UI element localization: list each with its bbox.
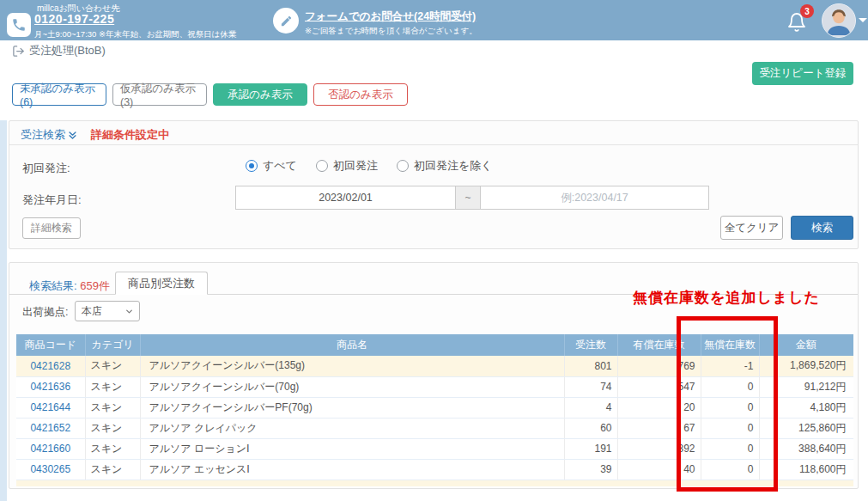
table-row[interactable]: 0421644スキンアルソアクイーンシルバーPF(70g)42004,180円 [16,397,853,418]
radio-label: すべて [263,158,297,174]
table-cell: アルソアクイーンシルバーPF(70g) [140,397,564,418]
product-code-link[interactable]: 0430265 [30,463,70,475]
table-cell: スキン [85,397,140,418]
table-cell: 191 [564,438,617,459]
table-row[interactable]: 0421652スキンアルソア クレイパック60670125,860円 [16,418,853,438]
table-cell: 769 [617,356,701,376]
table-cell: 40 [617,459,701,480]
first-order-radio-初回発注を除く[interactable]: 初回発注を除く [397,158,493,174]
product-code-link[interactable]: 0421628 [30,360,70,372]
order-search-panel: 受注検索 詳細条件設定中 初回発注: すべて初回発注初回発注を除く 発注年月日:… [9,120,859,249]
table-cell: 547 [617,376,701,397]
filter-approved-button[interactable]: 承認のみ表示 [213,83,307,106]
filter-provisional-button[interactable]: 仮承認のみ表示(3) [112,83,207,106]
product-code-link[interactable]: 0421636 [30,381,70,393]
topbar: millcaお問い合わせ先 0120-197-225 月~土9:00~17:30… [0,0,868,40]
filter-denied-button[interactable]: 否認のみ表示 [313,83,408,106]
table-cell: 392 [617,438,701,459]
product-code-link[interactable]: 0421652 [30,422,70,434]
radio-icon[interactable] [246,160,258,172]
column-header: 金額 [759,334,853,356]
table-cell: 91,212円 [759,376,853,397]
cell-product-code: 0421660 [16,438,85,459]
radio-label: 初回発注 [333,158,378,174]
phone-icon [7,13,31,37]
chevron-down-icon [125,308,133,315]
shipping-base-label: 出荷拠点: [22,305,68,320]
clear-all-button[interactable]: 全てクリア [720,216,783,240]
detail-search-button[interactable]: 詳細検索 [22,217,81,239]
table-row[interactable]: 0421660スキンアルソア ローションⅠ1913920388,640円 [16,438,853,459]
breadcrumb-label: 受注処理(BtoB) [29,43,106,58]
phone-number-link[interactable]: 0120-197-225 [34,12,114,26]
radio-icon[interactable] [316,160,328,172]
hours-note: 月~土9:00~17:30 ※年末年始、お盆期間、祝祭日は休業 [34,29,236,40]
table-cell: アルソア エッセンスⅠ [140,459,564,480]
cell-product-code: 0421628 [16,356,85,376]
first-order-radio-group: すべて初回発注初回発注を除く [246,158,493,174]
first-order-radio-すべて[interactable]: すべて [246,158,297,174]
annotation-text: 無償在庫数を追加しました [633,288,820,308]
chevron-down-icon[interactable] [859,18,867,22]
table-row-partial [16,480,853,486]
table-cell: 39 [564,459,617,480]
table-cell: 4 [564,397,617,418]
table-cell: 67 [617,418,701,438]
table-cell: 4,180円 [759,397,853,418]
radio-icon[interactable] [397,160,409,172]
notification-badge: 3 [800,4,814,18]
table-cell: アルソアクイーンシルバー(135g) [140,356,564,376]
table-cell: スキン [85,459,140,480]
filter-unapproved-button[interactable]: 未承認のみ表示 (6) [12,83,106,106]
table-cell: 0 [701,438,759,459]
table-row[interactable]: 0430265スキンアルソア エッセンスⅠ39400118,600円 [16,459,853,480]
breadcrumb: 受注処理(BtoB) [12,43,106,58]
column-header: 無償在庫数 [701,334,759,356]
date-to-input[interactable] [480,186,709,210]
table-cell: -1 [701,356,759,376]
radio-label: 初回発注を除く [414,158,493,174]
table-cell: 0 [701,376,759,397]
tab-orders-by-product[interactable]: 商品別受注数 [115,272,208,295]
table-cell [16,480,853,486]
table-cell: アルソア クレイパック [140,418,564,438]
cell-product-code: 0430265 [16,459,85,480]
shipping-base-select[interactable]: 本店 [75,301,140,321]
table-cell: 0 [701,459,759,480]
column-header: 有償在庫数 [617,334,701,356]
cell-product-code: 0421644 [16,397,85,418]
user-avatar[interactable] [822,3,856,38]
cell-product-code: 0421652 [16,418,85,438]
logout-icon[interactable] [12,45,25,58]
product-code-link[interactable]: 0421660 [30,443,70,455]
table-cell: スキン [85,418,140,438]
repeat-register-button[interactable]: 受注リピート登録 [752,62,853,85]
first-order-radio-初回発注[interactable]: 初回発注 [316,158,378,174]
form-contact-link[interactable]: フォームでのお問合せ(24時間受付) [305,9,476,24]
table-row[interactable]: 0421628スキンアルソアクイーンシルバー(135g)801769-11,86… [16,356,853,376]
table-cell: 60 [564,418,617,438]
date-from-input[interactable] [235,186,456,210]
search-panel-toggle[interactable]: 受注検索 [21,127,77,143]
tab-search-results[interactable]: 検索結果: 659件 [22,275,117,297]
order-table-body: 0421628スキンアルソアクイーンシルバー(135g)801769-11,86… [16,356,853,486]
product-code-link[interactable]: 0421644 [30,401,70,413]
table-cell: 74 [564,376,617,397]
page-left-gutter [0,120,7,501]
search-button[interactable]: 検索 [791,216,853,240]
table-row[interactable]: 0421636スキンアルソアクイーンシルバー(70g)74547091,212円 [16,376,853,397]
column-header: カテゴリ [85,334,140,356]
column-header: 商品コード [16,334,85,356]
date-range-separator: ~ [456,186,480,210]
column-header: 受注数 [564,334,617,356]
table-cell: 20 [617,397,701,418]
table-cell: 0 [701,397,759,418]
search-condition-status: 詳細条件設定中 [91,127,169,143]
orders-by-product-table: 商品コードカテゴリ商品名受注数有償在庫数無償在庫数金額 0421628スキンアル… [16,334,853,486]
pencil-icon [273,8,299,34]
table-cell: アルソアクイーンシルバー(70g) [140,376,564,397]
order-date-range: ~ [235,186,709,210]
column-header: 商品名 [140,334,564,356]
table-cell: スキン [85,438,140,459]
form-note: ※ご回答までお時間を頂く場合がございます。 [305,26,477,37]
